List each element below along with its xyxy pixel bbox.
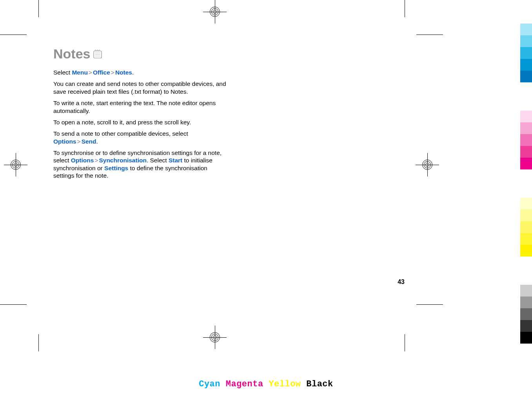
color-swatch [520,82,532,111]
color-swatch [520,169,532,198]
color-swatch [520,122,532,134]
crop-mark [0,35,27,35]
para-open: To open a note, scroll to it, and press … [53,118,230,126]
calibration-color-bar [520,24,532,344]
crop-mark [416,304,443,305]
page-content: Notes Select Menu>Office>Notes. You can … [53,46,230,184]
crop-mark [405,0,405,17]
cmyk-footer: Cyan Magenta Yellow Black [0,379,532,389]
ui-start: Start [169,157,182,164]
color-swatch [520,285,532,297]
color-swatch [520,297,532,308]
path-separator: > [88,69,93,76]
para-sync: To synchronise or to define synchronisat… [53,149,230,180]
ui-settings: Settings [104,165,128,171]
path-separator: > [76,138,82,145]
color-swatch [520,308,532,320]
color-swatch [520,209,532,221]
registration-mark-icon [416,157,439,173]
para-intro: You can create and send notes to other c… [53,80,230,95]
print-proof-page: Notes Select Menu>Office>Notes. You can … [0,0,532,393]
text: . Select [147,157,169,164]
crop-mark [405,334,405,351]
para-send: To send a note to other compatible devic… [53,130,230,145]
registration-mark-icon [203,4,227,20]
crop-mark [416,35,443,35]
magenta-label: Magenta [226,379,263,389]
ui-send: Send [82,138,96,145]
para-write: To write a note, start entering the text… [53,99,230,115]
color-swatch [520,134,532,146]
color-swatch [520,47,532,59]
color-swatch [520,332,532,344]
para-select-path: Select Menu>Office>Notes. [53,69,230,76]
crop-mark [38,334,39,351]
color-swatch [520,257,532,285]
color-swatch [520,198,532,209]
color-swatch [520,59,532,71]
text: . [132,69,134,76]
crop-mark [0,304,27,305]
ui-notes: Notes [115,69,132,76]
color-swatch [520,158,532,169]
title-row: Notes [53,46,230,62]
registration-mark-icon [203,329,227,345]
color-swatch [520,233,532,245]
page-number: 43 [398,278,405,286]
color-swatch [520,24,532,35]
ui-options: Options [71,157,94,164]
ui-options: Options [53,138,76,145]
page-title: Notes [53,46,90,62]
crop-mark [38,0,39,17]
color-swatch [520,71,532,82]
yellow-label: Yellow [269,379,301,389]
color-swatch [520,146,532,158]
path-separator: > [94,157,99,164]
color-swatch [520,111,532,122]
notes-app-icon [93,49,103,60]
color-swatch [520,245,532,257]
path-separator: > [110,69,115,76]
ui-office: Office [93,69,110,76]
color-swatch [520,221,532,233]
color-swatch [520,35,532,47]
text: . [96,138,98,145]
ui-sync: Synchronisation [99,157,146,164]
ui-menu: Menu [72,69,87,76]
registration-mark-icon [4,157,27,173]
text: Select [53,69,72,76]
cyan-label: Cyan [199,379,220,389]
color-swatch [520,320,532,332]
text: To send a note to other compatible devic… [53,130,188,137]
black-label: Black [306,379,333,389]
